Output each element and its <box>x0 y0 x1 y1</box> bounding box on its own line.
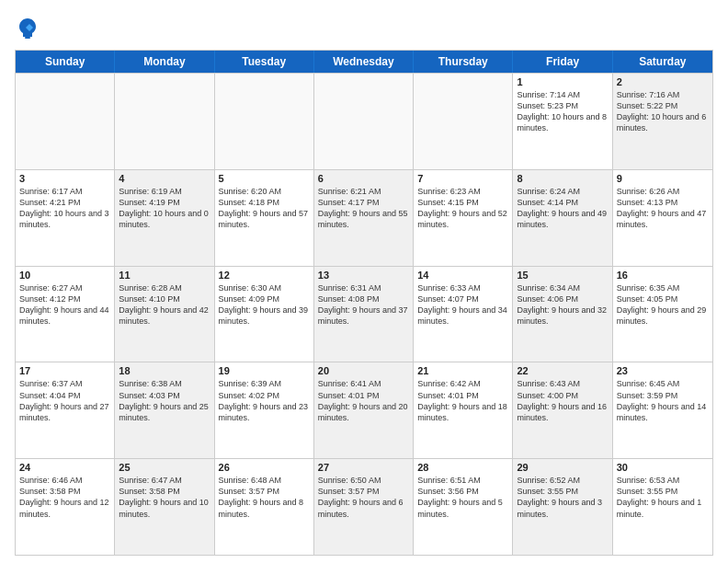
calendar-cell: 16Sunrise: 6:35 AM Sunset: 4:05 PM Dayli… <box>613 267 712 362</box>
weekday-header-friday: Friday <box>513 51 612 73</box>
calendar-cell <box>314 74 414 169</box>
weekday-header-thursday: Thursday <box>414 51 513 73</box>
cell-info: Sunrise: 7:14 AM Sunset: 5:23 PM Dayligh… <box>517 89 608 134</box>
calendar-cell: 19Sunrise: 6:39 AM Sunset: 4:02 PM Dayli… <box>215 362 314 458</box>
cell-info: Sunrise: 6:20 AM Sunset: 4:18 PM Dayligh… <box>219 186 310 231</box>
calendar-cell: 1Sunrise: 7:14 AM Sunset: 5:23 PM Daylig… <box>513 74 612 169</box>
calendar-body: 1Sunrise: 7:14 AM Sunset: 5:23 PM Daylig… <box>16 73 712 555</box>
cell-info: Sunrise: 6:38 AM Sunset: 4:03 PM Dayligh… <box>119 378 210 423</box>
calendar-cell: 28Sunrise: 6:51 AM Sunset: 3:56 PM Dayli… <box>414 459 513 555</box>
day-number: 11 <box>119 270 210 281</box>
day-number: 13 <box>318 270 409 281</box>
day-number: 21 <box>417 365 508 376</box>
cell-info: Sunrise: 6:46 AM Sunset: 3:58 PM Dayligh… <box>19 475 110 520</box>
page: SundayMondayTuesdayWednesdayThursdayFrid… <box>0 0 728 563</box>
day-number: 8 <box>517 173 608 184</box>
calendar-row-3: 10Sunrise: 6:27 AM Sunset: 4:12 PM Dayli… <box>16 266 712 362</box>
day-number: 4 <box>119 173 210 184</box>
cell-info: Sunrise: 6:50 AM Sunset: 3:57 PM Dayligh… <box>318 475 409 520</box>
calendar-cell: 25Sunrise: 6:47 AM Sunset: 3:58 PM Dayli… <box>115 459 214 555</box>
cell-info: Sunrise: 6:34 AM Sunset: 4:06 PM Dayligh… <box>517 282 608 327</box>
calendar-cell: 15Sunrise: 6:34 AM Sunset: 4:06 PM Dayli… <box>513 267 612 362</box>
day-number: 10 <box>19 270 110 281</box>
calendar-cell: 10Sunrise: 6:27 AM Sunset: 4:12 PM Dayli… <box>16 267 115 362</box>
calendar-cell: 17Sunrise: 6:37 AM Sunset: 4:04 PM Dayli… <box>16 362 115 458</box>
day-number: 5 <box>219 173 310 184</box>
calendar-cell: 3Sunrise: 6:17 AM Sunset: 4:21 PM Daylig… <box>16 170 115 266</box>
weekday-header-sunday: Sunday <box>16 51 115 73</box>
calendar-row-2: 3Sunrise: 6:17 AM Sunset: 4:21 PM Daylig… <box>16 169 712 266</box>
cell-info: Sunrise: 6:33 AM Sunset: 4:07 PM Dayligh… <box>417 282 508 327</box>
cell-info: Sunrise: 6:27 AM Sunset: 4:12 PM Dayligh… <box>19 282 110 327</box>
svg-rect-0 <box>25 37 30 39</box>
day-number: 20 <box>318 365 409 376</box>
calendar-row-5: 24Sunrise: 6:46 AM Sunset: 3:58 PM Dayli… <box>16 458 712 555</box>
calendar-row-1: 1Sunrise: 7:14 AM Sunset: 5:23 PM Daylig… <box>16 73 712 169</box>
calendar-cell <box>16 74 115 169</box>
day-number: 3 <box>19 173 110 184</box>
calendar-cell <box>115 74 214 169</box>
calendar-cell: 4Sunrise: 6:19 AM Sunset: 4:19 PM Daylig… <box>115 170 214 266</box>
weekday-header-tuesday: Tuesday <box>215 51 314 73</box>
cell-info: Sunrise: 6:30 AM Sunset: 4:09 PM Dayligh… <box>219 282 310 327</box>
day-number: 15 <box>517 270 608 281</box>
cell-info: Sunrise: 6:45 AM Sunset: 3:59 PM Dayligh… <box>617 378 709 423</box>
calendar-cell: 22Sunrise: 6:43 AM Sunset: 4:00 PM Dayli… <box>513 362 612 458</box>
day-number: 6 <box>318 173 409 184</box>
header <box>15 15 713 40</box>
calendar-cell: 20Sunrise: 6:41 AM Sunset: 4:01 PM Dayli… <box>314 362 414 458</box>
cell-info: Sunrise: 6:53 AM Sunset: 3:55 PM Dayligh… <box>617 475 709 520</box>
calendar-cell: 30Sunrise: 6:53 AM Sunset: 3:55 PM Dayli… <box>613 459 712 555</box>
calendar-header: SundayMondayTuesdayWednesdayThursdayFrid… <box>16 51 712 73</box>
day-number: 29 <box>517 462 608 473</box>
cell-info: Sunrise: 6:21 AM Sunset: 4:17 PM Dayligh… <box>318 186 409 231</box>
day-number: 27 <box>318 462 409 473</box>
day-number: 16 <box>617 270 709 281</box>
calendar-row-4: 17Sunrise: 6:37 AM Sunset: 4:04 PM Dayli… <box>16 362 712 458</box>
day-number: 24 <box>19 462 110 473</box>
calendar-cell: 18Sunrise: 6:38 AM Sunset: 4:03 PM Dayli… <box>115 362 214 458</box>
cell-info: Sunrise: 6:47 AM Sunset: 3:58 PM Dayligh… <box>119 475 210 520</box>
cell-info: Sunrise: 7:16 AM Sunset: 5:22 PM Dayligh… <box>617 89 709 134</box>
cell-info: Sunrise: 6:51 AM Sunset: 3:56 PM Dayligh… <box>417 475 508 520</box>
calendar-cell: 8Sunrise: 6:24 AM Sunset: 4:14 PM Daylig… <box>513 170 612 266</box>
day-number: 26 <box>219 462 310 473</box>
cell-info: Sunrise: 6:24 AM Sunset: 4:14 PM Dayligh… <box>517 186 608 231</box>
calendar-cell: 13Sunrise: 6:31 AM Sunset: 4:08 PM Dayli… <box>314 267 414 362</box>
day-number: 9 <box>617 173 709 184</box>
cell-info: Sunrise: 6:26 AM Sunset: 4:13 PM Dayligh… <box>617 186 709 231</box>
calendar-cell: 24Sunrise: 6:46 AM Sunset: 3:58 PM Dayli… <box>16 459 115 555</box>
calendar-cell: 27Sunrise: 6:50 AM Sunset: 3:57 PM Dayli… <box>314 459 414 555</box>
cell-info: Sunrise: 6:48 AM Sunset: 3:57 PM Dayligh… <box>219 475 310 520</box>
calendar-cell <box>414 74 513 169</box>
weekday-header-monday: Monday <box>115 51 214 73</box>
calendar-cell: 9Sunrise: 6:26 AM Sunset: 4:13 PM Daylig… <box>613 170 712 266</box>
calendar-cell: 6Sunrise: 6:21 AM Sunset: 4:17 PM Daylig… <box>314 170 414 266</box>
calendar-cell: 12Sunrise: 6:30 AM Sunset: 4:09 PM Dayli… <box>215 267 314 362</box>
day-number: 2 <box>617 76 709 87</box>
day-number: 1 <box>517 76 608 87</box>
calendar-cell: 26Sunrise: 6:48 AM Sunset: 3:57 PM Dayli… <box>215 459 314 555</box>
calendar-cell: 29Sunrise: 6:52 AM Sunset: 3:55 PM Dayli… <box>513 459 612 555</box>
day-number: 14 <box>417 270 508 281</box>
cell-info: Sunrise: 6:52 AM Sunset: 3:55 PM Dayligh… <box>517 475 608 520</box>
cell-info: Sunrise: 6:41 AM Sunset: 4:01 PM Dayligh… <box>318 378 409 423</box>
day-number: 23 <box>617 365 709 376</box>
cell-info: Sunrise: 6:19 AM Sunset: 4:19 PM Dayligh… <box>119 186 210 231</box>
calendar-cell: 21Sunrise: 6:42 AM Sunset: 4:01 PM Dayli… <box>414 362 513 458</box>
cell-info: Sunrise: 6:35 AM Sunset: 4:05 PM Dayligh… <box>617 282 709 327</box>
calendar-cell: 5Sunrise: 6:20 AM Sunset: 4:18 PM Daylig… <box>215 170 314 266</box>
day-number: 30 <box>617 462 709 473</box>
day-number: 12 <box>219 270 310 281</box>
cell-info: Sunrise: 6:43 AM Sunset: 4:00 PM Dayligh… <box>517 378 608 423</box>
calendar-cell: 7Sunrise: 6:23 AM Sunset: 4:15 PM Daylig… <box>414 170 513 266</box>
cell-info: Sunrise: 6:17 AM Sunset: 4:21 PM Dayligh… <box>19 186 110 231</box>
calendar-cell <box>215 74 314 169</box>
logo-icon <box>15 15 40 40</box>
calendar: SundayMondayTuesdayWednesdayThursdayFrid… <box>15 50 713 556</box>
day-number: 7 <box>417 173 508 184</box>
day-number: 22 <box>517 365 608 376</box>
day-number: 18 <box>119 365 210 376</box>
cell-info: Sunrise: 6:31 AM Sunset: 4:08 PM Dayligh… <box>318 282 409 327</box>
logo <box>15 15 44 40</box>
